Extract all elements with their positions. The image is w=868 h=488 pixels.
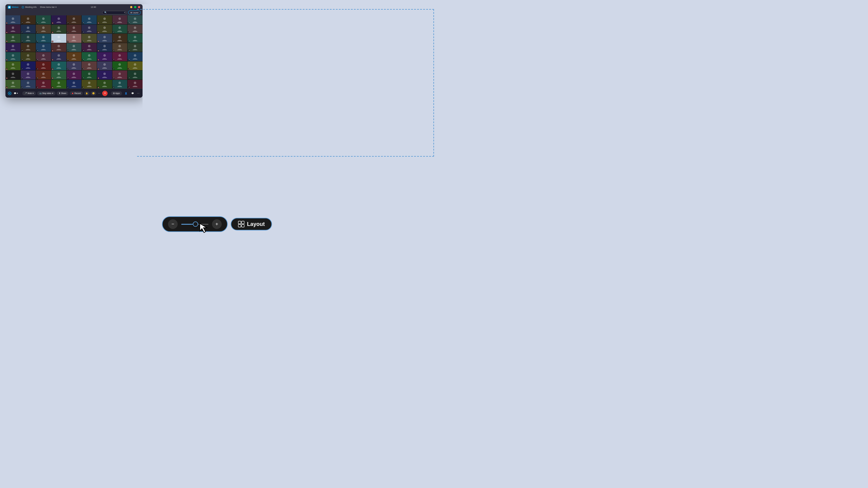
participant-tile[interactable]: 🎤 [113, 80, 127, 89]
participant-tile[interactable]: 🎤 [82, 70, 97, 79]
participant-tile[interactable]: 🔇 [97, 43, 112, 52]
participant-tile[interactable]: 🎤 [82, 34, 97, 43]
minimize-button[interactable] [130, 6, 132, 8]
participant-tile[interactable]: 🎤 [67, 61, 82, 70]
participant-tile[interactable]: 🔇 [97, 34, 112, 43]
participants-button[interactable]: 👤 [123, 91, 129, 96]
participant-tile[interactable]: 🔇 [97, 61, 112, 70]
emoji-button[interactable]: 😊 [91, 91, 96, 96]
participant-tile[interactable]: 🔇 [5, 25, 21, 34]
show-menu-button[interactable]: Show menu bar ▾ [40, 6, 57, 8]
participant-tile[interactable]: 🎤 [113, 15, 127, 24]
participant-tile[interactable]: 🔇 [97, 52, 112, 61]
participant-tile[interactable]: 🎤 [127, 15, 143, 24]
participant-tile[interactable]: 🎤 [36, 52, 51, 61]
participant-tile[interactable]: 🎤 [67, 80, 82, 89]
record-button[interactable]: ⏺ Record [70, 91, 83, 95]
webex-logo[interactable]: Webex [8, 6, 19, 9]
participant-tile[interactable]: 🔇 [51, 80, 66, 89]
participant-tile[interactable]: 🎤 [113, 52, 127, 61]
participant-tile[interactable]: 🎤 [67, 15, 82, 24]
participant-tile[interactable]: 🎤 [127, 61, 143, 70]
participant-tile[interactable]: 🎤 [67, 25, 82, 34]
participant-tile[interactable]: 🎤 [21, 52, 36, 61]
share-button[interactable]: ⬆ Share [57, 91, 68, 96]
participant-tile[interactable]: 🎤 [127, 34, 143, 43]
video-button[interactable]: 📹 Stop video ▾ [37, 91, 56, 96]
search-input[interactable] [108, 12, 123, 13]
participant-tile[interactable]: 🔇 [97, 15, 112, 24]
participant-tile[interactable]: 🎤 [36, 61, 51, 70]
participant-tile[interactable]: 🎤 [113, 70, 127, 79]
participant-tile[interactable]: 🎤 [21, 25, 36, 34]
participant-tile[interactable]: 🎤 [82, 52, 97, 61]
search-clear-icon[interactable]: ✕ [124, 11, 126, 14]
participant-tile[interactable]: 🔇 [51, 34, 66, 43]
participant-tile[interactable]: 🎤 [21, 15, 36, 24]
options-button[interactable]: ··· [136, 91, 140, 96]
search-box[interactable]: 🔍 ✕ [102, 11, 126, 14]
layout-button-large[interactable]: Layout [230, 218, 272, 230]
zoom-plus-button[interactable]: + [212, 219, 221, 229]
participant-tile[interactable]: 🎤 [127, 80, 143, 89]
zoom-slider[interactable] [181, 224, 208, 225]
participant-tile[interactable]: 🔇 [5, 15, 21, 24]
participant-tile[interactable]: 🎤 [82, 80, 97, 89]
end-call-button[interactable]: ✕ [102, 91, 107, 96]
participant-tile[interactable]: 🎤 [36, 34, 51, 43]
participant-tile[interactable]: 🔇 [51, 70, 66, 79]
participant-tile[interactable]: 🎤 [67, 70, 82, 79]
layout-button-small[interactable]: ⊞ Layout [128, 10, 141, 14]
mute-button[interactable]: 🎤 Mute ▾ [22, 91, 36, 96]
participant-tile[interactable]: 🎤 [21, 34, 36, 43]
participant-tile[interactable]: 🎤 [127, 70, 143, 79]
participant-tile[interactable]: 🔇 [5, 61, 21, 70]
reaction-button[interactable]: ✋ [84, 91, 90, 96]
participant-tile[interactable]: 🔇 [97, 80, 112, 89]
participant-tile[interactable]: 🎤 [67, 52, 82, 61]
participant-tile[interactable]: 🔇 [5, 43, 21, 52]
chat-button[interactable]: 💬 ▾ [13, 92, 19, 95]
participant-tile[interactable]: 🔇 [5, 52, 21, 61]
zoom-thumb[interactable] [193, 221, 198, 227]
participant-tile[interactable]: 🔇 [5, 34, 21, 43]
participant-tile[interactable]: 🔇 [51, 43, 66, 52]
participant-tile[interactable]: 🎤 [21, 70, 36, 79]
participant-tile[interactable]: 🎤 [67, 43, 82, 52]
participant-tile[interactable]: 🎤 [36, 15, 51, 24]
zoom-minus-button[interactable]: − [168, 219, 178, 229]
participant-tile[interactable]: 🎤 [82, 25, 97, 34]
participant-tile[interactable]: 🎤 [127, 43, 143, 52]
participant-tile[interactable]: 🔇 [97, 70, 112, 79]
participant-tile[interactable]: 🎤 [36, 25, 51, 34]
participant-tile[interactable]: 🎤 [113, 34, 127, 43]
participant-tile[interactable]: 🎤 [113, 61, 127, 70]
participant-tile[interactable]: 🔇 [5, 70, 21, 79]
participant-tile[interactable]: 🔇 [51, 15, 66, 24]
participant-tile[interactable]: 🎤 [67, 34, 82, 43]
participant-tile[interactable]: 🔇 [5, 80, 21, 89]
participant-tile[interactable]: 🎤 [36, 43, 51, 52]
participant-tile[interactable]: 🎤 [127, 25, 143, 34]
participant-tile[interactable]: 🎤 [113, 25, 127, 34]
participant-tile[interactable]: 🎤 [82, 15, 97, 24]
meeting-info-button[interactable]: i Meeting info [21, 6, 37, 9]
participant-tile[interactable]: 🎤 [21, 61, 36, 70]
maximize-button[interactable] [134, 6, 136, 8]
participant-tile[interactable]: 🔇 [51, 52, 66, 61]
participant-tile[interactable]: 🎤 [36, 70, 51, 79]
participant-tile[interactable]: 🎤 [36, 80, 51, 89]
participant-tile[interactable]: 🎤 [113, 43, 127, 52]
close-button[interactable] [138, 6, 140, 8]
participant-tile[interactable]: 🔇 [97, 25, 112, 34]
apps-button[interactable]: ⊞ Apps [111, 91, 122, 96]
participant-tile[interactable]: 🎤 [82, 43, 97, 52]
participant-tile[interactable]: 🎤 [127, 52, 143, 61]
participant-tile[interactable]: 🎤 [82, 61, 97, 70]
participant-tile[interactable]: 🔇 [51, 61, 66, 70]
participant-tile[interactable]: 🎤 [21, 80, 36, 89]
participant-tile[interactable]: 🎤 [21, 43, 36, 52]
more-button[interactable]: ··· [97, 91, 101, 96]
participant-tile[interactable]: 🔇 [51, 25, 66, 34]
chat-right-button[interactable]: 💬 [130, 91, 135, 96]
